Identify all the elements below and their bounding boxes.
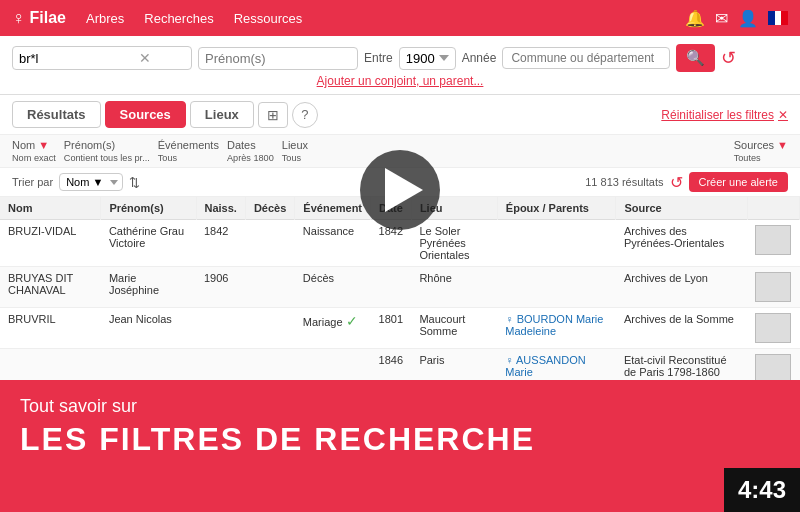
play-triangle-icon — [385, 168, 423, 212]
video-subtitle: Tout savoir sur — [20, 396, 780, 417]
video-title: LES FILTRES DE RECHERCHE — [20, 421, 780, 458]
video-play-button[interactable] — [360, 150, 440, 230]
video-bottom: Tout savoir sur LES FILTRES DE RECHERCHE… — [0, 380, 800, 512]
video-duration: 4:43 — [724, 468, 800, 512]
video-overlay: Tout savoir sur LES FILTRES DE RECHERCHE… — [0, 0, 800, 512]
video-top — [0, 0, 800, 380]
